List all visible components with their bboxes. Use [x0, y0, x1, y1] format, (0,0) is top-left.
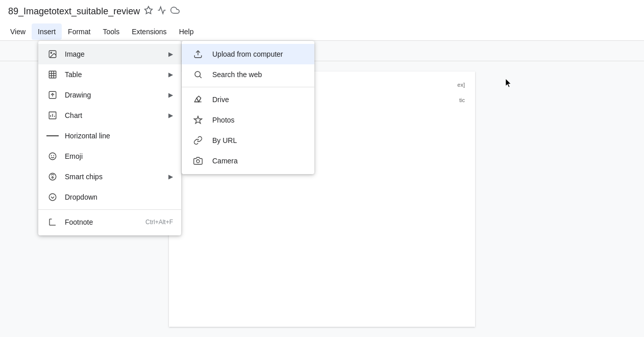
drawing-icon — [46, 89, 59, 101]
doc-text-ex: ex] — [457, 82, 465, 88]
drawing-label: Drawing — [65, 91, 168, 99]
by-url-label: By URL — [212, 136, 304, 145]
svg-point-14 — [49, 153, 56, 160]
image-icon — [46, 48, 59, 60]
horizontal-line-icon — [46, 135, 59, 136]
menu-item-horizontal-line[interactable]: Horizontal line — [38, 126, 181, 146]
svg-point-27 — [196, 160, 200, 163]
image-submenu: Upload from computer Search the web Driv… — [182, 41, 314, 174]
insert-menu: Image ▶ Table ▶ Drawing ▶ — [38, 41, 181, 235]
submenu-search-web[interactable]: Search the web — [182, 64, 314, 85]
menu-tools[interactable]: Tools — [96, 23, 126, 40]
drawing-arrow: ▶ — [168, 91, 173, 99]
table-icon — [46, 68, 59, 81]
drive-icon — [192, 93, 204, 106]
menu-view[interactable]: View — [4, 23, 32, 40]
footnote-shortcut: Ctrl+Alt+F — [145, 219, 173, 226]
svg-point-18 — [52, 177, 54, 178]
chart-icon — [46, 109, 59, 122]
cloud-icon[interactable] — [170, 6, 180, 17]
chart-label: Chart — [65, 111, 168, 119]
menu-item-drawing[interactable]: Drawing ▶ — [38, 85, 181, 105]
svg-marker-0 — [145, 7, 153, 14]
menu-item-footnote[interactable]: Footnote Ctrl+Alt+F — [38, 212, 181, 232]
dropdown-icon — [46, 191, 59, 203]
horizontal-line-label: Horizontal line — [65, 132, 173, 140]
doc-title: 89_Imagetotext_suitable_review — [8, 6, 140, 17]
image-label: Image — [65, 50, 168, 58]
svg-point-24 — [195, 71, 201, 77]
menu-help[interactable]: Help — [173, 23, 200, 40]
svg-point-19 — [49, 194, 56, 201]
menu-item-table[interactable]: Table ▶ — [38, 64, 181, 85]
menu-insert[interactable]: Insert — [32, 23, 62, 40]
svg-line-25 — [200, 76, 201, 78]
menu-item-smart-chips[interactable]: Smart chips ▶ — [38, 166, 181, 187]
table-arrow: ▶ — [168, 71, 173, 78]
table-label: Table — [65, 70, 168, 79]
smart-chips-label: Smart chips — [65, 173, 168, 181]
upload-icon — [192, 48, 204, 60]
submenu-upload[interactable]: Upload from computer — [182, 44, 314, 64]
title-bar: 89_Imagetotext_suitable_review — [0, 0, 644, 22]
camera-icon — [192, 155, 204, 167]
smart-chips-icon — [46, 171, 59, 183]
emoji-label: Emoji — [65, 152, 173, 160]
camera-label: Camera — [212, 157, 304, 165]
image-arrow: ▶ — [168, 51, 173, 58]
star-icon[interactable] — [144, 6, 153, 17]
photos-icon — [192, 114, 204, 126]
menu-item-emoji[interactable]: Emoji — [38, 146, 181, 166]
doc-text-tic: tic — [459, 97, 465, 103]
title-icons — [144, 6, 180, 17]
svg-point-2 — [51, 52, 52, 53]
menu-extensions[interactable]: Extensions — [126, 23, 172, 40]
smart-chips-arrow: ▶ — [168, 173, 173, 180]
submenu-divider — [182, 87, 314, 87]
by-url-icon — [192, 134, 204, 147]
chart-arrow: ▶ — [168, 112, 173, 119]
add-to-drive-icon[interactable] — [157, 6, 166, 17]
svg-rect-3 — [49, 71, 56, 78]
search-web-icon — [192, 68, 204, 81]
menu-bar: View Insert Format Tools Extensions Help — [0, 22, 644, 41]
footnote-label: Footnote — [65, 218, 145, 226]
upload-label: Upload from computer — [212, 50, 304, 58]
photos-label: Photos — [212, 116, 304, 124]
submenu-camera[interactable]: Camera — [182, 151, 314, 171]
emoji-icon — [46, 150, 59, 162]
submenu-by-url[interactable]: By URL — [182, 130, 314, 151]
search-web-label: Search the web — [212, 70, 304, 79]
dropdown-label: Dropdown — [65, 193, 173, 201]
footnote-icon — [46, 216, 59, 228]
menu-item-dropdown[interactable]: Dropdown — [38, 187, 181, 207]
submenu-photos[interactable]: Photos — [182, 110, 314, 130]
menu-item-image[interactable]: Image ▶ — [38, 44, 181, 64]
menu-item-chart[interactable]: Chart ▶ — [38, 105, 181, 126]
menu-format[interactable]: Format — [62, 23, 96, 40]
submenu-drive[interactable]: Drive — [182, 89, 314, 110]
menu-divider-footnote — [38, 209, 181, 210]
drive-label: Drive — [212, 95, 304, 104]
